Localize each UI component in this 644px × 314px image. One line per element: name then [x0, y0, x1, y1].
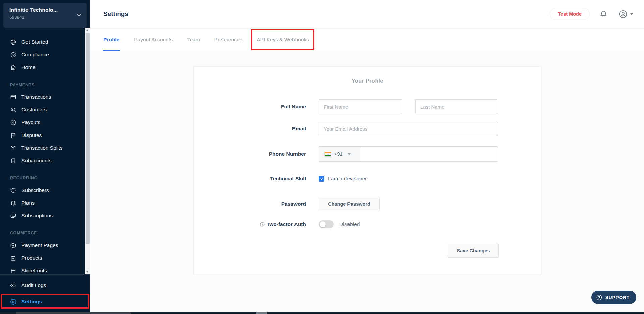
india-flag-icon — [324, 152, 331, 157]
sidebar-item-label: Disputes — [21, 132, 42, 138]
check-circle-icon — [10, 52, 16, 58]
two-factor-status: Disabled — [339, 221, 360, 227]
sidebar-section-commerce: COMMERCE — [10, 231, 85, 236]
sidebar-item-label: Get Started — [21, 39, 48, 45]
country-code-select[interactable]: +91 — [319, 147, 360, 161]
sidebar-item-transaction-splits[interactable]: Transaction Splits — [0, 142, 85, 154]
tab-team[interactable]: Team — [187, 29, 200, 51]
avatar-icon — [619, 10, 628, 19]
top-header: Settings Test Mode — [90, 0, 644, 28]
developer-checkbox[interactable] — [319, 176, 324, 182]
sidebar-item-label: Payouts — [21, 119, 40, 125]
card-title: Your Profile — [194, 77, 541, 84]
content-area: Your Profile Full Name Email Phone Numbe… — [90, 51, 644, 312]
sidebar-item-products[interactable]: Products — [0, 252, 85, 264]
tab-preferences[interactable]: Preferences — [214, 29, 243, 51]
dial-code: +91 — [334, 151, 343, 157]
checkmark-icon — [320, 177, 324, 181]
gear-icon — [10, 299, 16, 305]
sidebar-item-customers[interactable]: Customers — [0, 103, 85, 116]
two-factor-toggle[interactable] — [319, 220, 334, 228]
merchant-switcher[interactable]: Infinitie Technolo... 683842 — [3, 3, 87, 28]
sidebar-bottom-section: Audit Logs Settings — [0, 274, 90, 312]
sidebar-item-compliance[interactable]: Compliance — [0, 48, 85, 61]
merchant-id: 683842 — [9, 15, 73, 20]
full-name-label: Full Name — [194, 99, 306, 114]
home-icon — [10, 64, 16, 71]
merchant-name: Infinitie Technolo... — [9, 7, 73, 13]
sidebar-item-subscriptions[interactable]: Subscriptions — [0, 209, 85, 222]
sidebar-item-payment-pages[interactable]: Payment Pages — [0, 239, 85, 252]
tab-profile[interactable]: Profile — [103, 29, 119, 51]
phone-number-input[interactable] — [360, 147, 498, 161]
sidebar-item-label: Subscribers — [21, 187, 49, 193]
sidebar: Infinitie Technolo... 683842 Get Started… — [0, 0, 90, 314]
save-changes-button[interactable]: Save Changes — [448, 244, 499, 258]
sidebar-item-audit-logs[interactable]: Audit Logs — [0, 279, 90, 292]
scrollbar-up-arrow[interactable] — [86, 29, 89, 31]
scrollbar-down-arrow[interactable] — [86, 271, 89, 273]
toggle-knob — [320, 221, 326, 227]
sidebar-item-label: Storefronts — [21, 268, 47, 274]
user-menu[interactable] — [619, 10, 633, 19]
change-password-button[interactable]: Change Password — [319, 197, 380, 211]
help-icon — [596, 294, 602, 301]
technical-skill-label: Technical Skill — [194, 175, 306, 183]
sidebar-item-label: Subscriptions — [21, 213, 53, 219]
chevron-down-icon — [630, 13, 633, 15]
sidebar-item-label: Customers — [21, 107, 47, 113]
email-label: Email — [194, 122, 306, 136]
sidebar-item-disputes[interactable]: Disputes — [0, 129, 85, 142]
tab-label: API Keys & Webhooks — [257, 37, 309, 43]
sidebar-section-payments: PAYMENTS — [10, 83, 85, 88]
scrollbar-thumb[interactable] — [86, 33, 90, 244]
last-name-input[interactable] — [415, 99, 498, 114]
sidebar-item-plans[interactable]: Plans — [0, 197, 85, 209]
sidebar-item-label: Transaction Splits — [21, 145, 63, 151]
sidebar-item-settings[interactable]: Settings — [0, 294, 90, 309]
split-icon — [10, 145, 16, 151]
chevron-down-icon — [348, 153, 351, 155]
horizontal-scrollbar[interactable] — [0, 312, 644, 314]
sidebar-scrollbar[interactable] — [85, 28, 90, 274]
subscriptions-icon — [10, 213, 16, 219]
password-label: Password — [194, 197, 306, 211]
page-title: Settings — [103, 10, 550, 18]
sidebar-item-get-started[interactable]: Get Started — [0, 36, 85, 48]
sidebar-item-label: Settings — [21, 299, 42, 305]
two-factor-label: Two-factor Auth — [194, 219, 306, 229]
sidebar-item-transactions[interactable]: Transactions — [0, 91, 85, 103]
email-input[interactable] — [319, 122, 498, 136]
sidebar-item-storefronts[interactable]: Storefronts — [0, 264, 85, 274]
settings-tab-bar: Profile Payout Accounts Team Preferences… — [90, 28, 644, 51]
phone-field: +91 — [319, 146, 498, 162]
sidebar-item-payouts[interactable]: Payouts — [0, 116, 85, 129]
sidebar-item-home[interactable]: Home — [0, 61, 85, 74]
customers-icon — [10, 107, 16, 113]
support-label: SUPPORT — [605, 295, 630, 300]
sidebar-item-label: Home — [21, 64, 35, 70]
layers-icon — [10, 200, 16, 206]
sidebar-item-subscribers[interactable]: Subscribers — [0, 184, 85, 197]
first-name-input[interactable] — [319, 99, 402, 114]
chevron-down-icon — [76, 12, 82, 18]
horizontal-scrollbar-segment — [16, 312, 131, 314]
sidebar-nav: Get Started Compliance Home PAYMENTS Tra… — [0, 28, 85, 274]
bell-icon[interactable] — [600, 10, 607, 18]
credit-card-icon — [10, 94, 16, 100]
sidebar-item-subaccounts[interactable]: Subaccounts — [0, 154, 85, 167]
developer-checkbox-label: I am a developer — [328, 176, 367, 182]
support-button[interactable]: SUPPORT — [591, 291, 636, 304]
storefront-icon — [10, 268, 16, 274]
subaccounts-icon — [10, 158, 16, 164]
tab-payout-accounts[interactable]: Payout Accounts — [134, 29, 172, 51]
sidebar-item-label: Compliance — [21, 52, 49, 58]
package-icon — [10, 242, 16, 249]
arrow-down-circle-icon — [10, 119, 16, 126]
test-mode-toggle[interactable]: Test Mode — [550, 8, 590, 20]
sidebar-item-label: Subaccounts — [21, 158, 52, 164]
tab-api-keys-webhooks[interactable]: API Keys & Webhooks — [257, 29, 309, 51]
globe-icon — [10, 39, 16, 45]
horizontal-scrollbar-thumb[interactable] — [256, 312, 267, 314]
sidebar-item-label: Plans — [21, 200, 35, 206]
